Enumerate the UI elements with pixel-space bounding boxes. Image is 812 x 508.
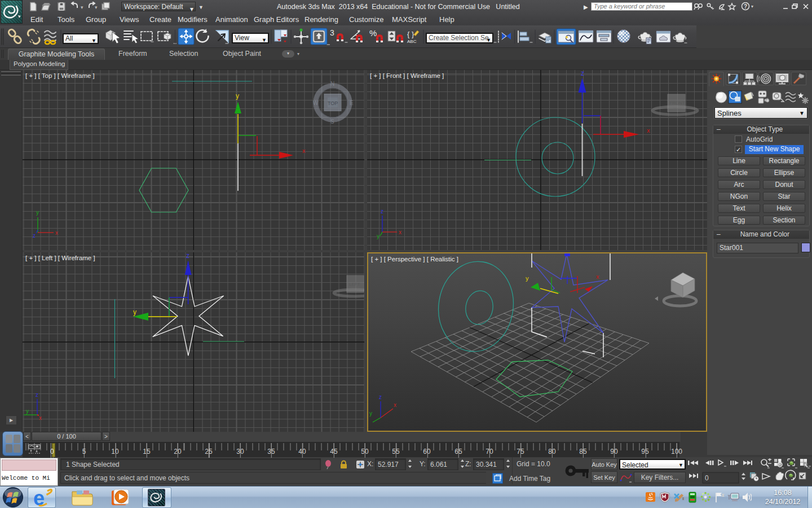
svg-text:x: x	[399, 229, 401, 235]
svg-text:TOP: TOP	[328, 100, 338, 106]
svg-text:y: y	[133, 308, 136, 316]
svg-text:y: y	[526, 275, 529, 282]
svg-text:y: y	[26, 408, 29, 414]
svg-text:%: %	[369, 28, 377, 38]
svg-text:y: y	[369, 410, 372, 417]
svg-text:▾: ▾	[95, 5, 98, 10]
svg-text:z: z	[379, 394, 382, 400]
svg-text:N: N	[330, 81, 334, 87]
svg-text:▾: ▾	[81, 5, 83, 10]
svg-text:x: x	[39, 415, 42, 421]
svg-text:ABC: ABC	[407, 39, 417, 44]
svg-text:z: z	[186, 252, 189, 260]
svg-text:0: 0	[705, 474, 709, 482]
svg-text:y: y	[236, 92, 239, 100]
svg-text:x: x	[647, 127, 650, 134]
svg-text:z: z	[381, 208, 383, 214]
svg-text:y: y	[36, 209, 39, 216]
svg-text:x: x	[55, 230, 58, 236]
svg-text:3: 3	[330, 28, 334, 37]
svg-text:▾: ▾	[751, 4, 753, 9]
svg-text:z: z	[581, 70, 584, 77]
svg-text:FRONT: FRONT	[669, 100, 685, 106]
svg-text:z: z	[36, 392, 38, 398]
svg-text:E: E	[350, 100, 354, 106]
svg-text:S: S	[330, 119, 334, 125]
svg-text:y: y	[377, 233, 379, 239]
svg-text:{ }: { }	[407, 30, 414, 38]
svg-text:z: z	[33, 233, 36, 239]
svg-text:x: x	[596, 273, 599, 280]
svg-text:LEFT: LEFT	[349, 282, 360, 287]
svg-text:W: W	[313, 100, 319, 106]
svg-text:?: ?	[744, 3, 747, 10]
svg-text:x: x	[302, 147, 306, 154]
svg-text:x: x	[394, 402, 396, 408]
